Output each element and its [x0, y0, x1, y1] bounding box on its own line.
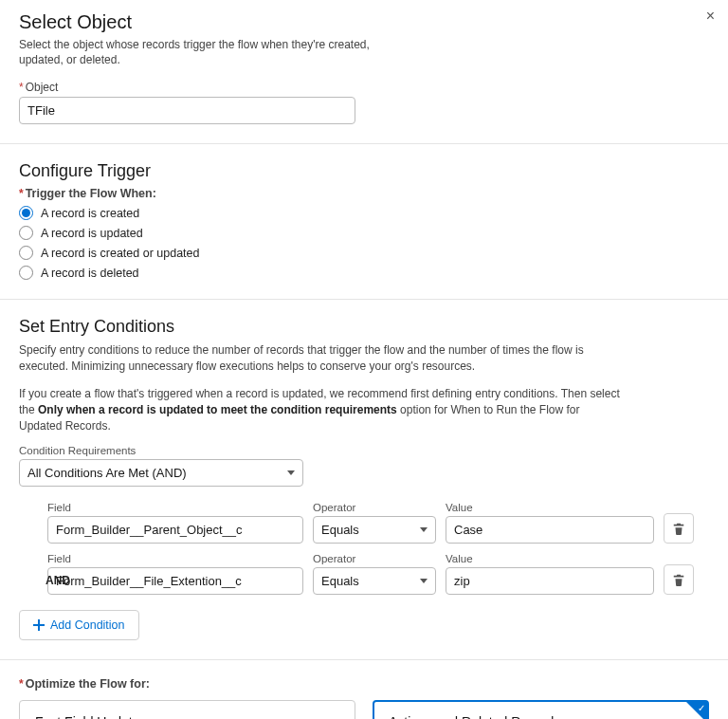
chevron-down-icon [420, 579, 428, 583]
trigger-when-radiogroup: A record is created A record is updated … [19, 206, 709, 280]
card-title: Actions and Related Records [389, 714, 693, 719]
condition-operator-select[interactable]: Equals [313, 567, 436, 595]
condition-value-input[interactable]: zip [446, 567, 654, 595]
object-input[interactable]: TFile [19, 97, 355, 124]
radio-record-created-or-updated[interactable]: A record is created or updated [19, 246, 709, 260]
chevron-down-icon [287, 470, 295, 475]
condition-requirements-select[interactable]: All Conditions Are Met (AND) [19, 459, 303, 487]
condition-field-input[interactable]: Form_Builder__Parent_Object__c [47, 516, 303, 544]
condition-value-label: Value [446, 553, 654, 564]
check-icon: ✓ [698, 704, 705, 713]
flow-trigger-panel: × Select Object Select the object whose … [0, 0, 728, 719]
condition-value-input[interactable]: Case [446, 516, 654, 544]
trigger-when-label: * Trigger the Flow When: [19, 187, 709, 200]
trash-icon [672, 522, 685, 535]
configure-trigger-title: Configure Trigger [19, 161, 709, 181]
radio-icon [19, 246, 33, 260]
card-title: Fast Field Updates [35, 714, 339, 719]
condition-value-label: Value [446, 502, 654, 513]
radio-record-created[interactable]: A record is created [19, 206, 709, 220]
and-joiner: AND [44, 574, 70, 587]
delete-condition-button[interactable] [664, 513, 694, 544]
divider [0, 659, 728, 660]
entry-conditions-desc2: If you create a flow that's triggered wh… [19, 386, 626, 433]
divider [0, 143, 728, 144]
radio-record-deleted[interactable]: A record is deleted [19, 266, 709, 280]
chevron-down-icon [420, 527, 428, 532]
optimize-card-fast-field-updates[interactable]: Fast Field Updates Update fields on the … [19, 700, 355, 719]
radio-icon [19, 226, 33, 240]
condition-operator-label: Operator [313, 502, 436, 513]
condition-operator-label: Operator [313, 553, 436, 564]
close-icon[interactable]: × [706, 8, 715, 25]
plus-icon [33, 619, 45, 631]
delete-condition-button[interactable] [664, 564, 694, 595]
condition-field-input[interactable]: Form_Builder__File_Extention__c [47, 567, 303, 595]
entry-conditions-desc1: Specify entry conditions to reduce the n… [19, 342, 626, 375]
condition-field-label: Field [47, 553, 303, 564]
condition-operator-select[interactable]: Equals [313, 516, 436, 544]
entry-conditions-title: Set Entry Conditions [19, 317, 709, 337]
object-field-label: * Object [19, 81, 709, 94]
radio-icon [19, 206, 33, 220]
optimize-card-actions-related-records[interactable]: ✓ Actions and Related Records Update any… [373, 700, 709, 719]
condition-requirements-label: Condition Requirements [19, 445, 709, 456]
select-object-title: Select Object [19, 11, 709, 33]
select-object-desc: Select the object whose records trigger … [19, 37, 370, 67]
divider [0, 299, 728, 300]
add-condition-button[interactable]: Add Condition [19, 610, 139, 640]
trash-icon [672, 573, 685, 586]
optimize-label: * Optimize the Flow for: [19, 677, 709, 691]
condition-field-label: Field [47, 502, 303, 513]
radio-record-updated[interactable]: A record is updated [19, 226, 709, 240]
radio-icon [19, 266, 33, 280]
